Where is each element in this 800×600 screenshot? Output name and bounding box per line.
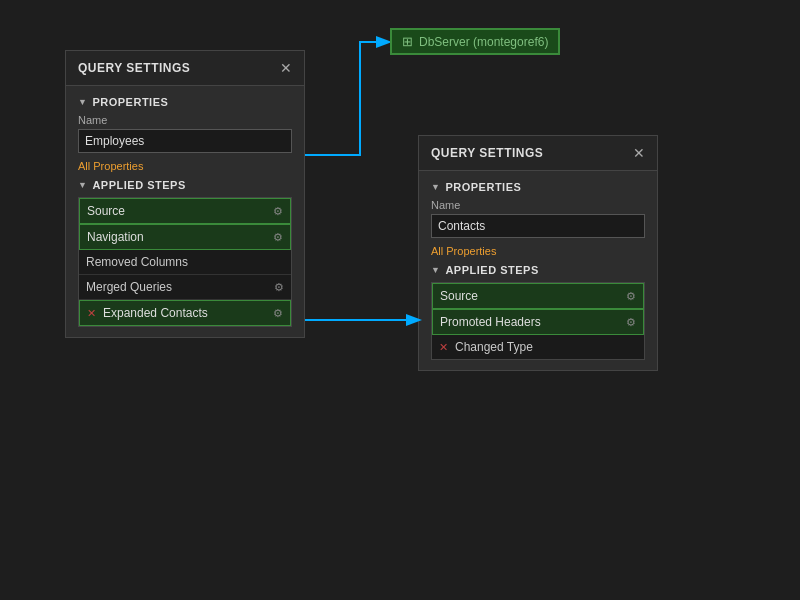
step-left: ✕Changed Type (439, 340, 533, 354)
employees-query-settings-panel: QUERY SETTINGS ✕ ▼ PROPERTIES Name All P… (65, 50, 305, 338)
step-label: Changed Type (455, 340, 533, 354)
panel2-title: QUERY SETTINGS (431, 146, 543, 160)
panel1-steps-triangle-icon: ▼ (78, 180, 87, 190)
panel1-step-item[interactable]: Source⚙ (79, 198, 291, 224)
step-left: Merged Queries (86, 280, 172, 294)
gear-icon[interactable]: ⚙ (273, 231, 283, 244)
db-server-badge: ⊞ DbServer (montegoref6) (390, 28, 560, 55)
gear-icon[interactable]: ⚙ (273, 307, 283, 320)
panel1-header: QUERY SETTINGS ✕ (66, 51, 304, 86)
panel1-applied-steps-section: ▼ APPLIED STEPS Source⚙Navigation⚙Remove… (66, 179, 304, 337)
panel1-name-input[interactable] (78, 129, 292, 153)
panel1-all-properties-link[interactable]: All Properties (78, 160, 143, 172)
panel1-steps-list: Source⚙Navigation⚙Removed ColumnsMerged … (78, 197, 292, 327)
panel2-name-label: Name (431, 199, 645, 211)
gear-icon[interactable]: ⚙ (274, 281, 284, 294)
panel2-applied-steps-section: ▼ APPLIED STEPS Source⚙Promoted Headers⚙… (419, 264, 657, 370)
step-label: Source (87, 204, 125, 218)
x-icon: ✕ (87, 307, 96, 320)
panel1-step-item[interactable]: ✕Expanded Contacts⚙ (79, 300, 291, 326)
step-label: Source (440, 289, 478, 303)
gear-icon[interactable]: ⚙ (626, 290, 636, 303)
panel1-steps-header: ▼ APPLIED STEPS (78, 179, 292, 191)
panel2-step-item[interactable]: Promoted Headers⚙ (432, 309, 644, 335)
db-server-label: DbServer (montegoref6) (419, 35, 548, 49)
panel1-step-item[interactable]: Navigation⚙ (79, 224, 291, 250)
panel2-step-item[interactable]: ✕Changed Type (432, 335, 644, 359)
panel2-step-item[interactable]: Source⚙ (432, 283, 644, 309)
panel2-properties-label: PROPERTIES (445, 181, 521, 193)
panel2-steps-triangle-icon: ▼ (431, 265, 440, 275)
step-left: ✕Expanded Contacts (87, 306, 208, 320)
step-label: Expanded Contacts (103, 306, 208, 320)
panel2-all-properties-link[interactable]: All Properties (431, 245, 496, 257)
panel1-steps-label: APPLIED STEPS (92, 179, 185, 191)
step-left: Source (440, 289, 478, 303)
step-left: Promoted Headers (440, 315, 541, 329)
panel1-triangle-icon: ▼ (78, 97, 87, 107)
db-icon: ⊞ (402, 34, 413, 49)
panel1-step-item[interactable]: Merged Queries⚙ (79, 275, 291, 300)
panel2-steps-list: Source⚙Promoted Headers⚙✕Changed Type (431, 282, 645, 360)
panel2-steps-label: APPLIED STEPS (445, 264, 538, 276)
panel2-triangle-icon: ▼ (431, 182, 440, 192)
panel1-properties-section: ▼ PROPERTIES Name All Properties (66, 86, 304, 179)
gear-icon[interactable]: ⚙ (626, 316, 636, 329)
panel1-close-button[interactable]: ✕ (280, 61, 292, 75)
step-label: Merged Queries (86, 280, 172, 294)
step-label: Removed Columns (86, 255, 188, 269)
panel2-close-button[interactable]: ✕ (633, 146, 645, 160)
panel1-step-item[interactable]: Removed Columns (79, 250, 291, 275)
panel1-title: QUERY SETTINGS (78, 61, 190, 75)
panel1-properties-label: PROPERTIES (92, 96, 168, 108)
step-left: Navigation (87, 230, 144, 244)
panel2-properties-section: ▼ PROPERTIES Name All Properties (419, 171, 657, 264)
panel1-name-label: Name (78, 114, 292, 126)
panel2-properties-header: ▼ PROPERTIES (431, 181, 645, 193)
x-icon: ✕ (439, 341, 448, 354)
gear-icon[interactable]: ⚙ (273, 205, 283, 218)
panel1-properties-header: ▼ PROPERTIES (78, 96, 292, 108)
step-label: Navigation (87, 230, 144, 244)
step-label: Promoted Headers (440, 315, 541, 329)
step-left: Source (87, 204, 125, 218)
panel2-header: QUERY SETTINGS ✕ (419, 136, 657, 171)
panel2-name-input[interactable] (431, 214, 645, 238)
step-left: Removed Columns (86, 255, 188, 269)
contacts-query-settings-panel: QUERY SETTINGS ✕ ▼ PROPERTIES Name All P… (418, 135, 658, 371)
panel2-steps-header: ▼ APPLIED STEPS (431, 264, 645, 276)
